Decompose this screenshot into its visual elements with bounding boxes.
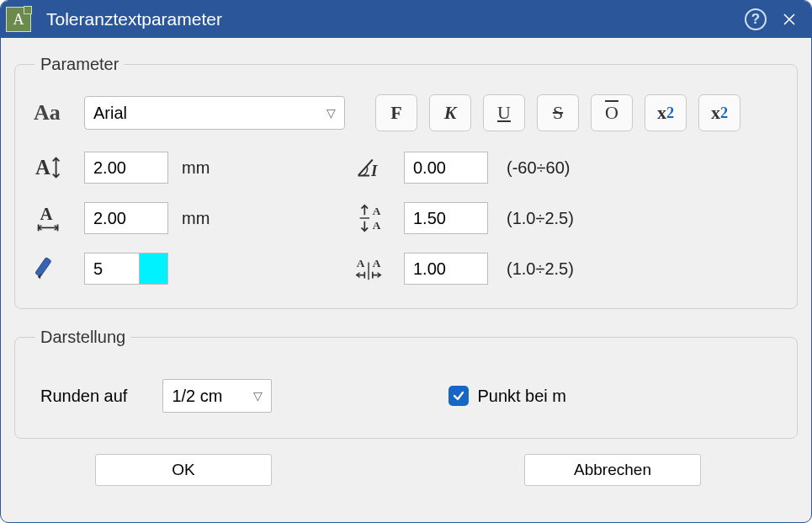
- angle-hint: (-60÷60): [496, 158, 623, 178]
- svg-text:A: A: [35, 156, 50, 179]
- punkt-checkbox: [448, 386, 469, 406]
- italic-button[interactable]: K: [429, 94, 471, 131]
- text-width-input[interactable]: 2.00: [84, 202, 168, 234]
- round-label: Runden auf: [40, 387, 127, 406]
- line-spacing-hint: (1.0÷2.5): [496, 209, 623, 228]
- char-spacing-icon: A A: [353, 251, 404, 286]
- font-select-value: Arial: [93, 104, 127, 123]
- window-title: Toleranztextparameter: [46, 9, 739, 29]
- group-parameter: Parameter Aa Arial ▽ F K U S O x2: [14, 55, 798, 309]
- svg-rect-6: [35, 258, 51, 277]
- char-spacing-hint: (1.0÷2.5): [496, 259, 623, 279]
- punkt-checkbox-wrap[interactable]: Punkt bei m: [448, 386, 566, 406]
- help-button[interactable]: ?: [739, 3, 772, 36]
- svg-text:A: A: [40, 204, 53, 224]
- superscript-button[interactable]: x2: [698, 94, 740, 131]
- dialog-content: Parameter Aa Arial ▽ F K U S O x2: [1, 38, 811, 522]
- punkt-label: Punkt bei m: [477, 387, 566, 406]
- color-input[interactable]: 5: [84, 253, 168, 285]
- chevron-down-icon: ▽: [253, 389, 263, 403]
- angle-input[interactable]: 0.00: [404, 152, 488, 184]
- subscript-button[interactable]: x2: [645, 94, 687, 131]
- underline-button[interactable]: U: [483, 94, 525, 131]
- text-height-unit: mm: [177, 158, 252, 178]
- line-spacing-input[interactable]: 1.50: [404, 202, 488, 234]
- font-row: Aa Arial ▽ F K U S O x2 x2: [34, 94, 778, 131]
- svg-text:I: I: [370, 162, 378, 179]
- svg-text:A: A: [373, 219, 381, 232]
- color-icon: [34, 251, 84, 286]
- color-value: 5: [85, 253, 139, 284]
- strike-button[interactable]: S: [537, 94, 579, 131]
- bold-button[interactable]: F: [375, 94, 417, 131]
- close-button[interactable]: [772, 3, 806, 36]
- round-select[interactable]: 1/2 cm ▽: [162, 379, 272, 413]
- cancel-button[interactable]: Abbrechen: [524, 454, 701, 486]
- font-icon: Aa: [34, 95, 84, 131]
- chevron-down-icon: ▽: [326, 106, 336, 120]
- check-icon: [452, 389, 465, 403]
- text-height-icon: A: [34, 150, 84, 185]
- footer-buttons: OK Abbrechen: [14, 452, 798, 486]
- color-swatch: [139, 253, 167, 284]
- line-spacing-icon: A A: [353, 200, 404, 236]
- text-height-input[interactable]: 2.00: [84, 152, 168, 184]
- parameter-grid: A 2.00 mm I 0.00 (-60÷60) A 2.00 mm: [34, 150, 778, 286]
- char-spacing-input[interactable]: 1.00: [404, 253, 488, 285]
- font-select[interactable]: Arial ▽: [84, 96, 345, 130]
- group-darstellung-legend: Darstellung: [35, 328, 130, 347]
- group-parameter-legend: Parameter: [35, 55, 124, 74]
- round-select-value: 1/2 cm: [172, 387, 222, 406]
- dialog-window: A Toleranztextparameter ? Parameter Aa A…: [0, 0, 812, 523]
- style-button-group: F K U S O x2 x2: [375, 94, 740, 131]
- text-width-icon: A: [34, 200, 84, 236]
- close-icon: [783, 13, 796, 26]
- svg-text:A: A: [373, 257, 381, 270]
- overline-button[interactable]: O: [591, 94, 633, 131]
- ok-button[interactable]: OK: [95, 454, 272, 486]
- titlebar: A Toleranztextparameter ?: [1, 1, 811, 38]
- help-icon: ?: [745, 8, 767, 30]
- angle-icon: I: [353, 150, 404, 185]
- group-darstellung: Darstellung Runden auf 1/2 cm ▽ Punkt be…: [14, 328, 798, 439]
- svg-text:A: A: [357, 257, 365, 270]
- svg-text:A: A: [373, 205, 381, 217]
- text-width-unit: mm: [177, 209, 252, 228]
- app-icon: A: [6, 7, 31, 32]
